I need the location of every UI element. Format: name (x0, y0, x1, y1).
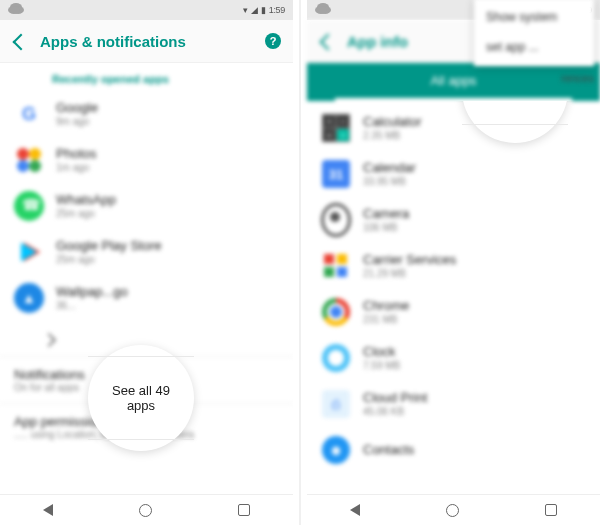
row-sub: 231 MB (363, 314, 409, 326)
nav-home-icon[interactable] (446, 504, 459, 517)
app-row-chrome[interactable]: Chrome 231 MB (307, 289, 600, 335)
back-icon[interactable] (12, 34, 26, 48)
wallpapers-icon: ▲ (14, 283, 44, 313)
status-time: 1:59 (269, 5, 285, 15)
highlight-show-system[interactable]: Show system (462, 101, 568, 143)
screenshot-right: ▾ ◢ ▮ 1:59 App info All apps Show system… (307, 0, 600, 525)
nav-home-icon[interactable] (139, 504, 152, 517)
header: Apps & notifications ? (0, 20, 293, 63)
cloud-icon (315, 6, 327, 14)
app-row-playstore[interactable]: Google Play Store 25m ago (0, 229, 293, 275)
tab-strip: All apps (307, 63, 600, 101)
nav-bar (307, 494, 600, 525)
calendar-icon: 31 (321, 159, 351, 189)
camera-icon (321, 205, 351, 235)
app-row-camera[interactable]: Camera 106 MB (307, 197, 600, 243)
row-title: Chrome (363, 298, 409, 314)
signal-icon: ◢ (558, 5, 565, 15)
main-content: Recently opened apps G Google 9m ago (0, 63, 293, 494)
app-row-calendar[interactable]: 31 Calendar 33.95 MB (307, 151, 600, 197)
row-sub: 25m ago (56, 208, 116, 220)
battery-icon: ▮ (568, 5, 573, 15)
row-title: Calendar (363, 160, 416, 176)
highlight-label: Show system (462, 101, 567, 125)
row-title: Clock (363, 344, 400, 360)
app-row-photos[interactable]: Photos 1m ago (0, 137, 293, 183)
row-sub: 45.06 KB (363, 406, 427, 418)
back-icon[interactable] (319, 34, 333, 48)
row-sub: 7.59 MB (363, 360, 400, 372)
row-title: Wallpap...go (56, 284, 128, 300)
cloud-icon (8, 6, 20, 14)
nav-bar (0, 494, 293, 525)
app-row-google[interactable]: G Google 9m ago (0, 91, 293, 137)
row-title: Camera (363, 206, 409, 222)
whatsapp-icon (14, 191, 44, 221)
app-row-cloud-print[interactable]: ⎙ Cloud Print 45.06 KB (307, 381, 600, 427)
row-sub: 25m ago (56, 254, 162, 266)
chrome-icon (321, 297, 351, 327)
google-icon: G (14, 99, 44, 129)
section-subhead: Recently opened apps (0, 63, 293, 91)
app-row-clock[interactable]: Clock 7.59 MB (307, 335, 600, 381)
nav-back-icon[interactable] (43, 504, 53, 516)
app-row-wallpapers[interactable]: ▲ Wallpap...go 36... (0, 275, 293, 321)
row-title: Cloud Print (363, 390, 427, 406)
chevron-right-icon (42, 332, 56, 346)
row-sub: 2.35 MB (363, 130, 422, 142)
page-title: App info (347, 33, 588, 50)
row-sub: 9m ago (56, 116, 98, 128)
header: App info (307, 20, 600, 63)
clock-icon (321, 343, 351, 373)
row-sub: 36... (56, 300, 128, 312)
row-sub: 1m ago (56, 162, 96, 174)
row-sub: 21.29 MB (363, 268, 456, 280)
carrier-services-icon (321, 251, 351, 281)
app-row-whatsapp[interactable]: WhatsApp 25m ago (0, 183, 293, 229)
tab-all-apps[interactable]: All apps (335, 63, 572, 101)
photos-icon (14, 145, 44, 175)
page-title: Apps & notifications (40, 33, 251, 50)
battery-icon: ▮ (261, 5, 266, 15)
help-icon[interactable]: ? (265, 33, 281, 49)
app-row-carrier-services[interactable]: Carrier Services 21.29 MB (307, 243, 600, 289)
row-title: WhatsApp (56, 192, 116, 208)
app-row-contacts[interactable]: ☻ Contacts (307, 427, 600, 473)
row-title: Carrier Services (363, 252, 456, 268)
highlight-label: See all 49 apps (88, 356, 194, 440)
screenshot-left: ▾ ◢ ▮ 1:59 Apps & notifications ? Recent… (0, 0, 293, 525)
cloud-print-icon: ⎙ (321, 389, 351, 419)
contacts-icon: ☻ (321, 435, 351, 465)
wifi-icon: ▾ (550, 5, 555, 15)
phone-divider (299, 0, 301, 525)
row-title: Google Play Store (56, 238, 162, 254)
row-title: Google (56, 100, 98, 116)
row-sub: 106 MB (363, 222, 409, 234)
signal-icon: ◢ (251, 5, 258, 15)
status-bar: ▾ ◢ ▮ 1:59 (307, 0, 600, 20)
main-content: +−×= Calculator 2.35 MB 31 Calendar 33.9… (307, 101, 600, 494)
row-title: Contacts (363, 442, 414, 458)
status-bar: ▾ ◢ ▮ 1:59 (0, 0, 293, 20)
menu-reset-app[interactable]: set app ... (474, 32, 594, 62)
row-title: Photos (56, 146, 96, 162)
nav-recent-icon[interactable] (545, 504, 557, 516)
wifi-icon: ▾ (243, 5, 248, 15)
playstore-icon (14, 237, 44, 267)
highlight-see-all-apps[interactable]: See all 49 apps (88, 345, 194, 451)
nav-back-icon[interactable] (350, 504, 360, 516)
row-sub: 33.95 MB (363, 176, 416, 188)
nav-recent-icon[interactable] (238, 504, 250, 516)
calculator-icon: +−×= (321, 113, 351, 143)
status-time: 1:59 (576, 5, 592, 15)
menu-trailing-text: rences (561, 72, 594, 84)
row-title: Calculator (363, 114, 422, 130)
